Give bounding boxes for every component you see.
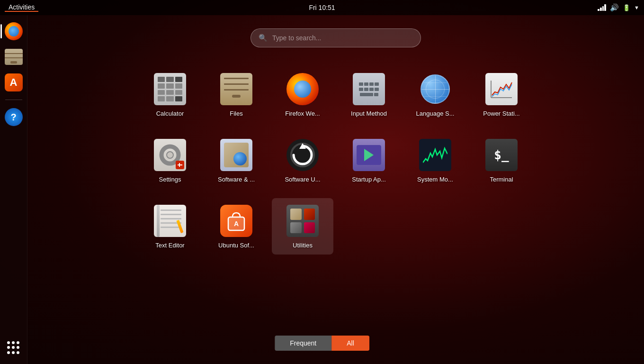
app-label-softwareupdater: Software U... [285,176,320,183]
app-label-calculator: Calculator [156,110,184,117]
app-label-texteditor: Text Editor [155,242,184,249]
svg-rect-4 [169,145,171,148]
app-item-sysmonitor[interactable]: System Mo... [404,132,466,189]
app-item-softwareupdates[interactable]: Software & ... [206,132,267,189]
app-item-inputmethod[interactable]: Input Method [338,66,400,123]
app-item-calculator[interactable]: Calculator [139,66,201,123]
app-label-utilities: Utilities [293,242,313,249]
topbar: Activities Fri 10:51 🔊 🔋 ▼ [0,0,644,15]
app-label-ubuntusoftware: Ubuntu Sof... [218,242,254,249]
app-label-firefox: Firefox We... [285,110,320,117]
sidebar-item-ubuntu-software[interactable]: A [3,72,24,93]
app-item-files[interactable]: Files [206,66,267,123]
ubuntusoftware-icon: A [219,204,253,238]
app-label-sysmonitor: System Mo... [417,176,453,183]
app-item-utilities[interactable]: Utilities [272,198,333,255]
app-label-powerstat: Power Stati... [483,110,519,117]
language-icon [418,72,452,106]
app-item-powerstat[interactable]: Power Stati... [471,66,532,123]
sidebar-divider [5,100,22,100]
calculator-icon [153,72,187,106]
svg-text:A: A [234,220,239,228]
tab-frequent[interactable]: Frequent [275,336,331,351]
app-item-language[interactable]: Language S... [404,66,466,123]
app-item-settings[interactable]: Settings [139,132,201,189]
app-label-terminal: Terminal [490,176,513,183]
texteditor-icon [153,204,187,238]
svg-rect-5 [169,162,171,165]
softwareupdates-icon [219,138,253,172]
files-icon [219,72,253,106]
topbar-left: Activities [5,3,38,12]
sidebar-item-files[interactable] [3,46,24,67]
sysmonitor-icon [418,138,452,172]
activities-button[interactable]: Activities [5,3,38,12]
app-label-language: Language S... [416,110,455,117]
system-menu-arrow[interactable]: ▼ [634,5,639,10]
softwareupdater-icon [286,138,320,172]
svg-rect-6 [160,154,163,156]
app-item-ubuntusoftware[interactable]: A Ubuntu Sof... [206,198,267,255]
tab-all[interactable]: All [331,336,369,351]
startup-icon [352,138,386,172]
main-content: 🔍 Calculator [27,15,644,364]
search-bar[interactable]: 🔍 [250,28,421,47]
app-label-settings: Settings [159,176,181,183]
search-input[interactable] [272,34,413,42]
topbar-datetime: Fri 10:51 [309,4,335,11]
app-label-inputmethod: Input Method [351,110,387,117]
speaker-icon[interactable]: 🔊 [610,3,619,12]
battery-icon[interactable]: 🔋 [623,4,630,11]
app-item-terminal[interactable]: $_ Terminal [471,132,532,189]
sidebar: A ? [0,15,27,364]
app-item-firefox[interactable]: Firefox We... [272,66,333,123]
app-label-softwareupdates: Software & ... [218,176,255,183]
network-icon[interactable] [598,4,606,11]
terminal-icon: $_ [484,138,519,172]
sidebar-item-appgrid[interactable] [3,337,24,358]
app-label-files: Files [230,110,242,117]
topbar-right: 🔊 🔋 ▼ [598,3,639,12]
app-item-softwareupdater[interactable]: Software U... [272,132,333,189]
app-label-startup: Startup Ap... [352,176,386,183]
app-item-startup[interactable]: Startup Ap... [338,132,400,189]
app-grid: Calculator Files Firefox We... [130,66,542,255]
bottom-tabs: Frequent All [275,336,369,351]
svg-rect-7 [177,154,180,156]
settings-icon [153,138,187,172]
app-item-texteditor[interactable]: Text Editor [139,198,201,255]
search-icon: 🔍 [259,34,268,42]
powerstat-icon [484,72,519,106]
utilities-icon [286,204,320,238]
firefox-icon [286,72,320,106]
svg-point-3 [167,152,173,158]
sidebar-item-firefox[interactable] [3,21,24,42]
sidebar-item-help[interactable]: ? [3,107,24,127]
inputmethod-icon [352,72,386,106]
